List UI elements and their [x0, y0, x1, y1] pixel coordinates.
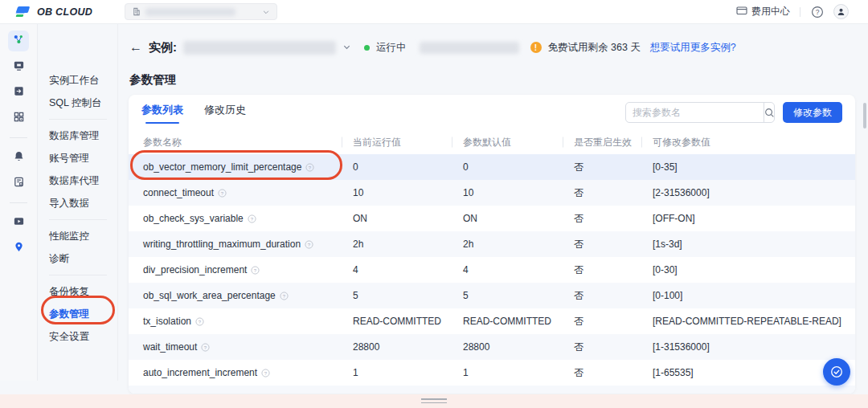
help-icon[interactable]: ? [810, 5, 824, 18]
table-row[interactable]: div_precision_increment?44否[0-30] [129, 257, 855, 283]
param-default-cell: 10 [452, 187, 563, 198]
table-row[interactable]: tx_isolation?READ-COMMITTEDREAD-COMMITTE… [129, 308, 855, 334]
modify-parameters-button[interactable]: 修改参数 [783, 102, 842, 123]
column-header: 当前运行值 [342, 136, 452, 149]
status-text: 运行中 [376, 41, 407, 55]
table-row[interactable]: foreign_key_checks?ONON否[OFF-ON] [129, 386, 855, 394]
instance-header: ← 实例: 运行中 ! 免费试用剩余 363 天 想要试用更多实例? [129, 35, 868, 59]
table-row[interactable]: ob_vector_memory_limit_percentage?00否[0-… [129, 154, 855, 180]
param-default-cell: ON [452, 213, 563, 224]
video-icon [13, 215, 25, 231]
param-restart-cell: 否 [563, 212, 641, 226]
search-icon[interactable] [764, 103, 775, 122]
sidebar-item[interactable]: 诊断 [38, 247, 117, 270]
org-icon [132, 5, 141, 19]
param-default-cell: 0 [452, 161, 563, 173]
param-name-cell: ob_check_sys_variable? [129, 213, 342, 224]
sidebar-item[interactable]: SQL 控制台 [38, 92, 117, 114]
table-row[interactable]: writing_throttling_maximum_duration?2h2h… [129, 231, 855, 257]
trial-remaining-text: 免费试用剩余 363 天 [548, 41, 641, 55]
user-avatar[interactable] [833, 4, 849, 19]
app-frame: OB CLOUD 费用中心 ? 实例工作台SQL 控制台数据库管理账号管理数据库… [0, 0, 868, 394]
svg-text:?: ? [254, 267, 257, 272]
param-help-icon[interactable]: ? [201, 343, 210, 352]
param-help-icon[interactable]: ? [261, 369, 270, 377]
cluster-icon [12, 33, 25, 49]
rail-divider [10, 202, 27, 203]
param-restart-cell: 否 [563, 186, 641, 200]
sidebar-divider [49, 275, 107, 275]
check-fab-button[interactable] [823, 358, 850, 386]
warning-icon: ! [530, 42, 542, 53]
redacted-instance-name [183, 41, 336, 55]
param-help-icon[interactable]: ? [248, 214, 256, 223]
param-range-cell: [OFF-ON] [641, 393, 855, 394]
rail-item-pin-icon[interactable] [8, 238, 29, 259]
vertical-scrollbar[interactable] [863, 103, 866, 129]
sidebar-item[interactable]: 备份恢复 [38, 280, 117, 303]
sidebar-item[interactable]: 导入数据 [38, 192, 117, 214]
svg-text:?: ? [221, 190, 224, 195]
param-name-cell: connect_timeout? [129, 187, 342, 198]
tab[interactable]: 参数列表 [141, 100, 183, 125]
rail-divider [10, 137, 27, 138]
back-arrow-icon[interactable]: ← [129, 40, 142, 55]
tab[interactable]: 修改历史 [204, 100, 246, 125]
sidebar-item[interactable]: 账号管理 [38, 147, 117, 169]
param-current-cell: ON [342, 213, 452, 224]
param-help-icon[interactable]: ? [195, 317, 204, 326]
param-name: ob_vector_memory_limit_percentage [143, 161, 301, 173]
ob-cloud-logo-icon [16, 6, 32, 17]
rail-item-bell-icon[interactable] [8, 147, 29, 168]
table-row[interactable]: ob_sql_work_area_percentage?55否[0-100] [129, 283, 855, 308]
svg-text:?: ? [251, 216, 254, 221]
param-help-icon[interactable]: ? [280, 292, 289, 300]
sidebar-item[interactable]: 数据库代理 [38, 169, 117, 192]
param-name-cell: foreign_key_checks? [129, 393, 342, 394]
param-name-cell: writing_throttling_maximum_duration? [129, 239, 342, 250]
param-name: tx_isolation [143, 316, 191, 327]
rail-item-doc-transfer-icon[interactable] [8, 82, 29, 103]
rail-item-clipboard-gear-icon[interactable] [8, 173, 29, 194]
param-name: wait_timeout [143, 341, 197, 353]
horizontal-scroll-handle[interactable] [421, 398, 447, 406]
param-current-cell: 1 [342, 367, 452, 378]
ob-cloud-logo[interactable]: OB CLOUD [16, 6, 92, 18]
chevron-down-icon [262, 5, 270, 19]
svg-text:?: ? [308, 242, 311, 247]
column-header: 可修改参数值 [641, 136, 855, 149]
table-row[interactable]: connect_timeout?1010否[2-31536000] [129, 180, 855, 206]
param-current-cell: 5 [342, 290, 452, 301]
param-help-icon[interactable]: ? [251, 266, 260, 275]
billing-center-link[interactable]: 费用中心 [736, 5, 790, 18]
sidebar-item[interactable]: 性能监控 [38, 225, 117, 247]
param-help-icon[interactable]: ? [305, 240, 313, 249]
table-row[interactable]: ob_check_sys_variable?ONON否[OFF-ON] [129, 206, 855, 231]
sidebar-item[interactable]: 实例工作台 [38, 69, 117, 92]
svg-text:?: ? [199, 319, 202, 324]
param-restart-cell: 否 [563, 315, 641, 328]
billing-card-icon [736, 6, 747, 18]
rail-item-monitor-icon[interactable] [8, 56, 29, 77]
workspace-select[interactable] [125, 3, 277, 20]
table-row[interactable]: wait_timeout?2880028800否[1-31536000] [129, 334, 855, 360]
trial-more-link[interactable]: 想要试用更多实例? [650, 41, 736, 55]
status-dot [364, 45, 370, 51]
table-row[interactable]: auto_increment_increment?11否[1-65535] [129, 360, 855, 386]
sidebar-item[interactable]: 数据库管理 [38, 124, 117, 147]
rail-item-video-icon[interactable] [8, 212, 29, 233]
search-input[interactable] [626, 107, 764, 118]
pin-icon [13, 241, 25, 256]
param-help-icon[interactable]: ? [218, 189, 227, 198]
sidebar-item[interactable]: 参数管理 [38, 303, 117, 325]
param-help-icon[interactable]: ? [305, 163, 314, 172]
param-name: auto_increment_increment [143, 367, 257, 378]
logo-text: OB CLOUD [37, 6, 92, 18]
topbar-divider [800, 7, 800, 17]
bell-icon [13, 150, 25, 165]
rail-item-grid-icon[interactable] [8, 108, 29, 129]
sidebar-item[interactable]: 安全设置 [38, 325, 117, 348]
param-name: ob_check_sys_variable [143, 213, 244, 224]
rail-item-cluster-icon[interactable] [8, 31, 29, 51]
instance-chevron-down-icon[interactable] [342, 40, 351, 55]
